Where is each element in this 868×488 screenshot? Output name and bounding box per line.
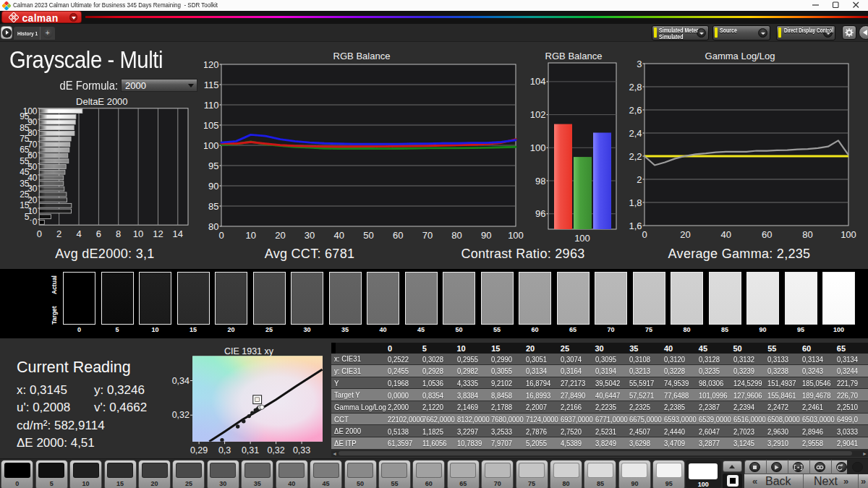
svg-text:80: 80 <box>451 230 461 241</box>
svg-text:12: 12 <box>153 228 163 239</box>
svg-text:105: 105 <box>204 120 219 131</box>
svg-text:DeltaE 2000: DeltaE 2000 <box>76 96 128 107</box>
svg-text:90: 90 <box>208 181 218 192</box>
svg-text:0,3: 0,3 <box>218 445 231 455</box>
svg-text:40: 40 <box>721 229 731 240</box>
svg-text:0: 0 <box>37 228 42 239</box>
svg-text:115: 115 <box>204 80 219 90</box>
svg-text:2,2: 2,2 <box>629 151 642 162</box>
svg-text:100: 100 <box>508 230 524 241</box>
svg-text:RGB Balance: RGB Balance <box>333 51 391 61</box>
svg-text:20: 20 <box>275 230 285 241</box>
svg-text:20: 20 <box>680 229 690 240</box>
svg-text:1,6: 1,6 <box>629 221 642 231</box>
svg-text:8: 8 <box>116 228 121 239</box>
svg-text:1,8: 1,8 <box>629 197 642 208</box>
svg-text:100: 100 <box>574 233 590 242</box>
svg-text:2,6: 2,6 <box>629 105 642 116</box>
svg-text:0,29: 0,29 <box>190 445 208 455</box>
svg-text:95: 95 <box>208 160 218 171</box>
svg-text:100: 100 <box>841 229 856 240</box>
svg-text:90: 90 <box>481 230 491 241</box>
svg-text:4: 4 <box>76 228 81 239</box>
svg-text:0,32: 0,32 <box>267 445 284 455</box>
svg-text:80: 80 <box>208 221 218 232</box>
svg-text:80: 80 <box>802 229 812 240</box>
svg-text:0: 0 <box>218 230 224 241</box>
svg-text:2: 2 <box>56 228 61 239</box>
svg-text:110: 110 <box>204 100 219 111</box>
svg-text:100: 100 <box>204 140 219 151</box>
svg-text:0,32: 0,32 <box>172 410 190 420</box>
svg-text:3: 3 <box>637 59 642 69</box>
svg-text:10: 10 <box>133 228 143 239</box>
svg-text:104: 104 <box>530 76 546 87</box>
svg-text:50: 50 <box>363 230 373 241</box>
svg-text:30: 30 <box>305 230 315 241</box>
svg-text:2,8: 2,8 <box>629 82 642 93</box>
svg-text:96: 96 <box>535 208 545 219</box>
svg-text:0: 0 <box>33 217 38 227</box>
svg-text:60: 60 <box>393 230 403 241</box>
svg-text:2: 2 <box>637 174 642 185</box>
svg-text:0: 0 <box>642 229 647 240</box>
svg-text:60: 60 <box>762 229 772 240</box>
svg-text:0,34: 0,34 <box>172 376 190 386</box>
svg-text:10: 10 <box>245 230 255 241</box>
svg-text:100: 100 <box>22 106 37 116</box>
svg-text:2,4: 2,4 <box>629 128 642 139</box>
svg-text:14: 14 <box>173 228 183 239</box>
svg-text:120: 120 <box>204 59 219 70</box>
svg-text:70: 70 <box>422 230 433 241</box>
svg-text:85: 85 <box>208 201 218 212</box>
svg-text:Gamma Log/Log: Gamma Log/Log <box>705 51 775 61</box>
svg-text:100: 100 <box>530 142 546 153</box>
svg-text:6: 6 <box>96 228 101 239</box>
svg-text:CIE 1931 xy: CIE 1931 xy <box>224 346 274 356</box>
svg-text:0,33: 0,33 <box>293 445 310 455</box>
svg-text:102: 102 <box>530 109 546 120</box>
svg-text:40: 40 <box>334 230 344 241</box>
svg-text:0,31: 0,31 <box>242 445 259 455</box>
svg-text:RGB Balance: RGB Balance <box>545 51 603 61</box>
svg-text:98: 98 <box>535 176 545 187</box>
